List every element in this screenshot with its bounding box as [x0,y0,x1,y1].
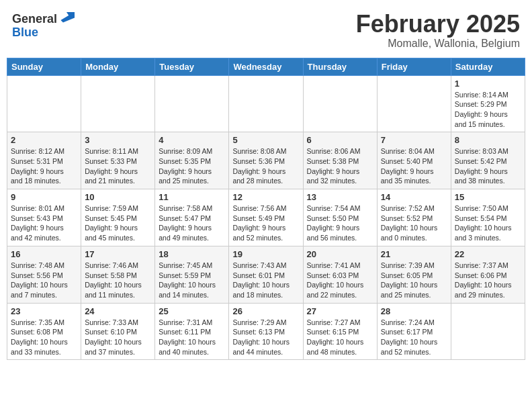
day-info: Sunrise: 7:58 AM Sunset: 5:47 PM Dayligh… [159,203,225,243]
day-info: Sunrise: 8:06 AM Sunset: 5:38 PM Dayligh… [307,146,373,186]
day-info: Sunrise: 8:08 AM Sunset: 5:36 PM Dayligh… [232,146,299,186]
day-number: 10 [85,192,151,202]
day-number: 16 [11,249,77,259]
day-info: Sunrise: 7:39 AM Sunset: 6:05 PM Dayligh… [381,261,447,300]
calendar-cell: 9Sunrise: 8:01 AM Sunset: 5:43 PM Daylig… [7,189,81,246]
day-number: 27 [307,306,373,316]
calendar-cell [7,75,81,132]
calendar-cell: 21Sunrise: 7:39 AM Sunset: 6:05 PM Dayli… [377,246,451,303]
day-info: Sunrise: 7:35 AM Sunset: 6:08 PM Dayligh… [11,318,77,357]
calendar-cell: 27Sunrise: 7:27 AM Sunset: 6:15 PM Dayli… [303,303,377,360]
day-info: Sunrise: 8:04 AM Sunset: 5:40 PM Dayligh… [381,146,447,186]
day-info: Sunrise: 7:56 AM Sunset: 5:49 PM Dayligh… [232,203,299,243]
day-number: 18 [159,249,225,259]
day-info: Sunrise: 7:29 AM Sunset: 6:13 PM Dayligh… [232,318,299,357]
calendar-cell: 3Sunrise: 8:11 AM Sunset: 5:33 PM Daylig… [81,132,155,189]
calendar-cell: 14Sunrise: 7:52 AM Sunset: 5:52 PM Dayli… [377,189,451,246]
day-info: Sunrise: 8:09 AM Sunset: 5:35 PM Dayligh… [159,146,225,186]
calendar-cell: 25Sunrise: 7:31 AM Sunset: 6:11 PM Dayli… [155,303,229,360]
day-number: 11 [159,192,225,202]
calendar-cell: 20Sunrise: 7:41 AM Sunset: 6:03 PM Dayli… [303,246,377,303]
day-number: 9 [11,192,77,202]
day-info: Sunrise: 7:24 AM Sunset: 6:17 PM Dayligh… [381,318,447,357]
calendar-cell [303,75,377,132]
calendar-week-1: 1Sunrise: 8:14 AM Sunset: 5:29 PM Daylig… [7,75,525,132]
day-number: 24 [85,306,151,316]
calendar-cell [81,75,155,132]
calendar-cell [377,75,451,132]
day-info: Sunrise: 7:37 AM Sunset: 6:06 PM Dayligh… [455,261,521,300]
day-info: Sunrise: 8:01 AM Sunset: 5:43 PM Dayligh… [11,203,77,243]
calendar-cell: 28Sunrise: 7:24 AM Sunset: 6:17 PM Dayli… [377,303,451,360]
calendar-cell: 8Sunrise: 8:03 AM Sunset: 5:42 PM Daylig… [451,132,525,189]
calendar-cell: 1Sunrise: 8:14 AM Sunset: 5:29 PM Daylig… [451,75,525,132]
calendar-cell: 15Sunrise: 7:50 AM Sunset: 5:54 PM Dayli… [451,189,525,246]
calendar-cell: 10Sunrise: 7:59 AM Sunset: 5:45 PM Dayli… [81,189,155,246]
calendar-cell: 18Sunrise: 7:45 AM Sunset: 5:59 PM Dayli… [155,246,229,303]
col-header-saturday: Saturday [451,58,525,75]
day-info: Sunrise: 7:52 AM Sunset: 5:52 PM Dayligh… [381,203,447,243]
day-number: 8 [455,135,521,145]
day-info: Sunrise: 7:46 AM Sunset: 5:58 PM Dayligh… [85,261,151,300]
day-number: 13 [307,192,373,202]
calendar-cell: 13Sunrise: 7:54 AM Sunset: 5:50 PM Dayli… [303,189,377,246]
calendar-week-2: 2Sunrise: 8:12 AM Sunset: 5:31 PM Daylig… [7,132,525,189]
month-title: February 2025 [356,11,520,38]
day-number: 14 [381,192,447,202]
day-number: 17 [85,249,151,259]
calendar-cell: 19Sunrise: 7:43 AM Sunset: 6:01 PM Dayli… [229,246,303,303]
day-number: 7 [381,135,447,145]
calendar-week-3: 9Sunrise: 8:01 AM Sunset: 5:43 PM Daylig… [7,189,525,246]
day-info: Sunrise: 7:45 AM Sunset: 5:59 PM Dayligh… [159,261,225,300]
day-number: 20 [307,249,373,259]
day-info: Sunrise: 7:59 AM Sunset: 5:45 PM Dayligh… [85,203,151,243]
day-info: Sunrise: 7:43 AM Sunset: 6:01 PM Dayligh… [232,261,299,300]
day-number: 12 [232,192,299,202]
calendar-cell: 16Sunrise: 7:48 AM Sunset: 5:56 PM Dayli… [7,246,81,303]
col-header-sunday: Sunday [7,58,81,75]
calendar-cell: 26Sunrise: 7:29 AM Sunset: 6:13 PM Dayli… [229,303,303,360]
day-info: Sunrise: 7:31 AM Sunset: 6:11 PM Dayligh… [159,318,225,357]
day-info: Sunrise: 8:14 AM Sunset: 5:29 PM Dayligh… [455,90,521,130]
calendar-cell: 11Sunrise: 7:58 AM Sunset: 5:47 PM Dayli… [155,189,229,246]
day-number: 23 [11,306,77,316]
day-info: Sunrise: 8:12 AM Sunset: 5:31 PM Dayligh… [11,146,77,186]
day-number: 2 [11,135,77,145]
day-number: 1 [455,79,521,89]
day-number: 22 [455,249,521,259]
calendar-cell: 2Sunrise: 8:12 AM Sunset: 5:31 PM Daylig… [7,132,81,189]
title-block: February 2025 Momalle, Wallonia, Belgium [356,11,520,50]
col-header-tuesday: Tuesday [155,58,229,75]
calendar-cell: 24Sunrise: 7:33 AM Sunset: 6:10 PM Dayli… [81,303,155,360]
day-number: 25 [159,306,225,316]
calendar-cell: 22Sunrise: 7:37 AM Sunset: 6:06 PM Dayli… [451,246,525,303]
day-info: Sunrise: 7:48 AM Sunset: 5:56 PM Dayligh… [11,261,77,300]
calendar-cell: 6Sunrise: 8:06 AM Sunset: 5:38 PM Daylig… [303,132,377,189]
calendar-table: SundayMondayTuesdayWednesdayThursdayFrid… [7,58,525,361]
calendar-cell: 12Sunrise: 7:56 AM Sunset: 5:49 PM Dayli… [229,189,303,246]
calendar-header-row: SundayMondayTuesdayWednesdayThursdayFrid… [7,58,525,75]
day-info: Sunrise: 7:33 AM Sunset: 6:10 PM Dayligh… [85,318,151,357]
day-number: 26 [232,306,299,316]
calendar-cell: 7Sunrise: 8:04 AM Sunset: 5:40 PM Daylig… [377,132,451,189]
col-header-wednesday: Wednesday [229,58,303,75]
calendar-week-5: 23Sunrise: 7:35 AM Sunset: 6:08 PM Dayli… [7,303,525,360]
logo-blue-text: Blue [12,26,38,39]
col-header-monday: Monday [81,58,155,75]
page-header: General Blue February 2025 Momalle, Wall… [7,7,525,52]
day-number: 6 [307,135,373,145]
calendar-cell [155,75,229,132]
calendar-cell: 5Sunrise: 8:08 AM Sunset: 5:36 PM Daylig… [229,132,303,189]
day-info: Sunrise: 7:54 AM Sunset: 5:50 PM Dayligh… [307,203,373,243]
day-number: 28 [381,306,447,316]
day-info: Sunrise: 8:03 AM Sunset: 5:42 PM Dayligh… [455,146,521,186]
col-header-thursday: Thursday [303,58,377,75]
logo-general-text: General [12,12,57,26]
logo-icon [58,9,75,23]
calendar-week-4: 16Sunrise: 7:48 AM Sunset: 5:56 PM Dayli… [7,246,525,303]
day-number: 4 [159,135,225,145]
col-header-friday: Friday [377,58,451,75]
day-number: 19 [232,249,299,259]
day-info: Sunrise: 7:50 AM Sunset: 5:54 PM Dayligh… [455,203,521,243]
calendar-cell: 23Sunrise: 7:35 AM Sunset: 6:08 PM Dayli… [7,303,81,360]
